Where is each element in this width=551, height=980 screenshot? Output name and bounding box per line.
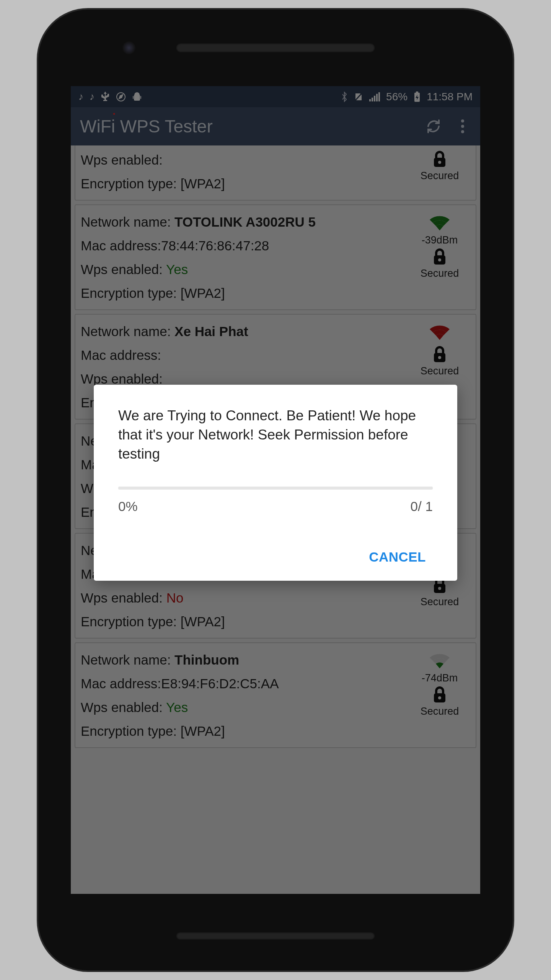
progress-percent: 0% bbox=[118, 499, 138, 514]
bottom-speaker bbox=[176, 932, 375, 940]
progress-count: 0/ 1 bbox=[411, 499, 433, 514]
earpiece-speaker bbox=[176, 43, 375, 52]
phone-frame: ♪ ♪ bbox=[38, 10, 513, 970]
connect-dialog: We are Trying to Connect. Be Pa­tient! W… bbox=[94, 385, 457, 581]
dialog-message: We are Trying to Connect. Be Pa­tient! W… bbox=[118, 406, 433, 464]
phone-top bbox=[38, 10, 513, 86]
front-camera bbox=[122, 41, 135, 54]
progress-bar bbox=[118, 487, 433, 490]
screen: ♪ ♪ bbox=[71, 86, 480, 894]
cancel-button[interactable]: CANCEL bbox=[362, 545, 433, 569]
phone-bottom bbox=[38, 894, 513, 970]
